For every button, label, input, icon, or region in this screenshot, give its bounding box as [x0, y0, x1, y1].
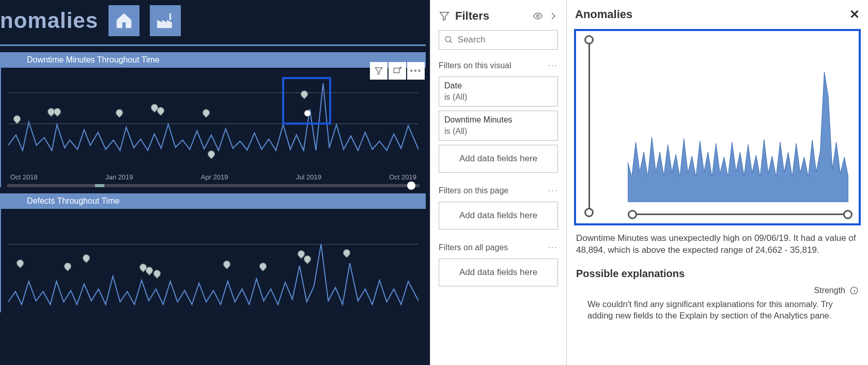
svg-point-1 [537, 15, 539, 18]
chart-defects[interactable]: Defects Throughout Time [0, 193, 426, 312]
chart-defects-title: Defects Throughout Time [1, 193, 426, 209]
visual-toolbar: ••• [370, 62, 425, 80]
svg-rect-0 [394, 68, 399, 73]
page-title: nomalies [0, 8, 98, 33]
chart-downtime-xticks: Oct 2018 Jan 2019 Apr 2019 Jul 2019 Oct … [1, 171, 426, 184]
range-slider-handle-top[interactable] [584, 35, 594, 44]
range-slider-handle-right[interactable] [843, 210, 853, 219]
filters-section-visual: Filters on this visual ··· [436, 59, 561, 72]
ellipsis-icon[interactable]: ··· [548, 186, 558, 195]
chart-downtime[interactable]: Downtime Minutes Throughout Time Oct 201… [0, 52, 426, 187]
focus-icon [393, 66, 402, 75]
funnel-icon [374, 66, 383, 75]
home-icon [114, 11, 134, 31]
add-fields-visual[interactable]: Add data fields here [439, 145, 558, 173]
ellipsis-icon[interactable]: ··· [548, 61, 558, 70]
filters-search[interactable] [439, 30, 558, 50]
range-slider-handle-bottom[interactable] [584, 208, 594, 217]
filters-section-all: Filters on all pages ··· [436, 241, 561, 254]
range-slider-vertical[interactable] [588, 39, 590, 213]
anomalies-chart[interactable] [574, 29, 861, 225]
eye-icon[interactable] [532, 11, 544, 21]
close-icon[interactable]: ✕ [849, 7, 860, 22]
home-button[interactable] [109, 5, 140, 36]
anomalies-sparkline [628, 52, 848, 202]
range-slider-handle-left[interactable] [628, 210, 637, 219]
filters-header: Filters [436, 5, 561, 30]
anomaly-description: Downtime Minutes was unexpectedly high o… [572, 231, 863, 265]
info-icon[interactable] [849, 286, 859, 295]
focus-mode-button[interactable] [389, 62, 406, 80]
anomaly-explanation-body: We couldn't find any significant explana… [572, 297, 863, 327]
filters-title: Filters [455, 9, 489, 23]
factory-icon [156, 11, 175, 31]
chart-downtime-line [8, 73, 419, 161]
more-options-button[interactable]: ••• [407, 62, 425, 80]
filters-section-page: Filters on this page ··· [436, 184, 561, 197]
anomalies-pane: Anomalies ✕ Downtime Minutes was unexpec… [566, 0, 868, 365]
ellipsis-icon[interactable]: ··· [548, 243, 558, 252]
strength-row: Strength [572, 284, 863, 297]
visual-filter-button[interactable] [370, 62, 388, 80]
chart-defects-body[interactable] [1, 209, 426, 312]
filters-search-input[interactable] [458, 35, 552, 45]
range-slider-horizontal[interactable] [632, 214, 848, 215]
report-canvas: nomalies ••• Downtime Minutes Throughout… [0, 0, 430, 365]
factory-button[interactable] [150, 5, 181, 36]
possible-explanations-header: Possible explanations [572, 265, 863, 284]
filter-icon [439, 10, 450, 22]
add-fields-all[interactable]: Add data fields here [439, 258, 558, 286]
search-icon [444, 35, 454, 45]
filters-pane: Filters Filters on this visual ··· Date … [430, 0, 566, 365]
ellipsis-icon: ••• [410, 66, 422, 75]
anomalies-header: Anomalies ✕ [572, 7, 863, 27]
filter-card-downtime[interactable]: Downtime Minutes is (All) [439, 111, 558, 141]
chevron-right-icon[interactable] [549, 10, 558, 22]
filter-card-date[interactable]: Date is (All) [439, 77, 558, 107]
chart-downtime-body[interactable] [1, 68, 426, 171]
anomalies-title: Anomalies [575, 8, 632, 21]
chart-downtime-title: Downtime Minutes Throughout Time [1, 52, 426, 68]
strength-label: Strength [814, 286, 845, 295]
add-fields-page[interactable]: Add data fields here [439, 202, 558, 230]
chart-scrollbar[interactable] [7, 184, 420, 187]
svg-point-2 [445, 36, 451, 41]
selected-anomaly-point[interactable] [304, 110, 311, 116]
report-header: nomalies [0, 0, 430, 41]
